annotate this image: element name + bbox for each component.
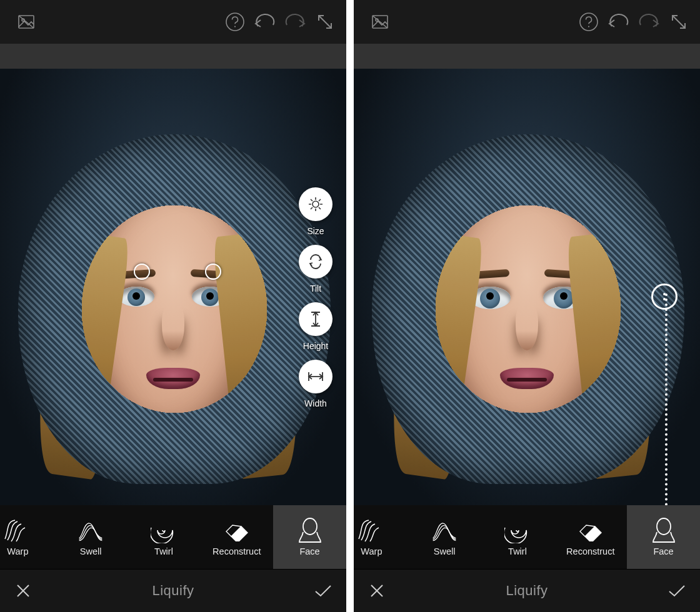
image-canvas[interactable]: Size Tilt Height <box>0 69 346 505</box>
eraser-icon <box>577 518 604 543</box>
cancel-button[interactable] <box>14 581 32 600</box>
face-options-panel: Size Tilt Height <box>299 187 332 410</box>
svg-point-3 <box>234 26 236 27</box>
accept-button[interactable] <box>314 581 332 600</box>
image-canvas[interactable] <box>354 69 700 505</box>
top-toolbar <box>354 0 700 44</box>
liquify-tool-row: Warp Swell Twirl <box>354 505 700 569</box>
tool-label: Face <box>299 546 319 556</box>
tool-label: Face <box>653 546 673 556</box>
svg-point-4 <box>312 201 319 207</box>
tool-swell[interactable]: Swell <box>408 505 481 569</box>
tool-reconstruct[interactable]: Reconstruct <box>554 505 627 569</box>
svg-point-5 <box>303 518 317 535</box>
undo-icon[interactable] <box>252 9 278 34</box>
tool-warp[interactable]: Warp <box>0 505 54 569</box>
tool-label: Twirl <box>508 546 527 556</box>
face-icon <box>296 518 324 543</box>
svg-point-9 <box>588 26 589 27</box>
twirl-icon <box>504 518 531 543</box>
twirl-icon <box>150 518 178 543</box>
tool-label: Warp <box>7 546 28 556</box>
tool-label: Swell <box>80 546 102 556</box>
face-option-size[interactable] <box>299 187 332 221</box>
compare-original-icon[interactable] <box>14 9 39 34</box>
face-icon <box>650 518 678 543</box>
redo-icon[interactable] <box>282 9 308 34</box>
secondary-bar <box>0 44 346 69</box>
tool-label: Reconstruct <box>566 546 614 556</box>
tool-face[interactable]: Face <box>627 505 700 569</box>
adjust-slider-track[interactable] <box>665 294 668 505</box>
tool-swell[interactable]: Swell <box>54 505 128 569</box>
cancel-button[interactable] <box>368 581 386 600</box>
tool-face[interactable]: Face <box>273 505 346 569</box>
fullscreen-icon[interactable] <box>666 9 691 34</box>
mode-title: Liquify <box>386 583 668 599</box>
help-icon[interactable] <box>576 9 601 34</box>
tool-label: Warp <box>361 546 382 556</box>
app-screen-right: Warp Swell Twirl <box>354 0 700 612</box>
face-option-height[interactable] <box>299 302 332 336</box>
face-option-label: Width <box>304 398 327 408</box>
app-screen-left: Size Tilt Height <box>0 0 346 612</box>
tool-reconstruct[interactable]: Reconstruct <box>200 505 273 569</box>
svg-point-8 <box>580 13 598 31</box>
tool-twirl[interactable]: Twirl <box>481 505 554 569</box>
fullscreen-icon[interactable] <box>312 9 338 34</box>
face-option-width[interactable] <box>299 360 332 393</box>
svg-point-2 <box>226 13 244 31</box>
help-icon[interactable] <box>222 9 248 34</box>
footer-bar: Liquify <box>354 569 700 612</box>
eye-marker-left[interactable] <box>134 264 150 280</box>
warp-icon <box>4 518 31 543</box>
face-option-label: Tilt <box>310 284 321 294</box>
accept-button[interactable] <box>668 581 686 600</box>
eye-marker-right[interactable] <box>205 264 221 280</box>
compare-original-icon[interactable] <box>368 9 392 34</box>
swell-icon <box>431 518 458 543</box>
mode-title: Liquify <box>32 583 314 599</box>
tool-label: Twirl <box>154 546 173 556</box>
redo-icon[interactable] <box>636 9 661 34</box>
face-option-label: Size <box>307 226 324 236</box>
adjust-slider-handle[interactable] <box>651 284 678 310</box>
swell-icon <box>77 518 104 543</box>
top-toolbar <box>0 0 346 44</box>
liquify-tool-row: Warp Swell Twirl <box>0 505 346 569</box>
warp-icon <box>358 518 385 543</box>
tool-twirl[interactable]: Twirl <box>128 505 201 569</box>
eraser-icon <box>223 518 251 543</box>
tool-warp[interactable]: Warp <box>354 505 408 569</box>
tool-label: Reconstruct <box>212 546 261 556</box>
face-option-label: Height <box>303 341 328 351</box>
secondary-bar <box>354 44 700 69</box>
face-option-tilt[interactable] <box>299 245 332 279</box>
svg-point-10 <box>657 518 671 535</box>
footer-bar: Liquify <box>0 569 346 612</box>
tool-label: Swell <box>434 546 456 556</box>
undo-icon[interactable] <box>606 9 631 34</box>
